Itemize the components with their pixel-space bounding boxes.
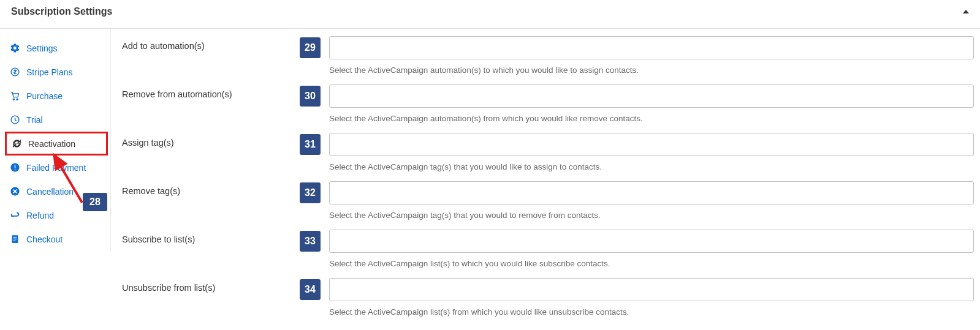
sidebar-item-label: Reactivation (28, 139, 75, 149)
remove-from-automations-input[interactable] (329, 84, 974, 108)
field-label: Add to automation(s) (122, 36, 300, 51)
sidebar-item-checkout[interactable]: Checkout (0, 227, 110, 251)
field-remove-from-automations: Remove from automation(s) 30 Select the … (122, 84, 974, 123)
remove-tags-input[interactable] (329, 181, 974, 204)
gear-icon (10, 43, 20, 53)
svg-rect-6 (15, 169, 15, 170)
annotation-badge-29: 29 (300, 37, 321, 58)
sidebar-item-label: Cancellation (26, 187, 74, 197)
sidebar-item-reactivation[interactable]: Reactivation (5, 132, 108, 156)
field-assign-tags: Assign tag(s) 31 Select the ActiveCampai… (122, 133, 974, 171)
page-title: Subscription Settings (11, 6, 112, 17)
alert-circle-icon (10, 162, 20, 173)
svg-rect-11 (13, 241, 16, 241)
sidebar-item-purchase[interactable]: Purchase (0, 84, 110, 108)
svg-rect-5 (15, 165, 15, 168)
field-subscribe-lists: Subscribe to list(s) 33 Select the Activ… (122, 230, 974, 268)
field-help: Select the ActiveCampaign list(s) from w… (329, 307, 974, 317)
sidebar-item-settings[interactable]: Settings (0, 36, 110, 60)
collapse-caret-icon[interactable] (963, 10, 969, 13)
annotation-badge-31: 31 (300, 134, 321, 155)
sidebar-item-label: Refund (26, 211, 54, 220)
add-to-automations-input[interactable] (329, 36, 974, 59)
field-help: Select the ActiveCampaign automation(s) … (329, 66, 974, 75)
field-help: Select the ActiveCampaign tag(s) that yo… (329, 162, 974, 171)
sidebar: Settings Stripe Plans Purchase (0, 29, 111, 251)
field-help: Select the ActiveCampaign automation(s) … (329, 114, 974, 123)
field-help: Select the ActiveCampaign tag(s) that yo… (329, 211, 974, 220)
sidebar-item-label: Stripe Plans (26, 67, 72, 77)
svg-rect-10 (13, 239, 17, 239)
field-help: Select the ActiveCampaign list(s) to whi… (329, 259, 974, 268)
field-unsubscribe-lists: Unsubscribe from list(s) 34 Select the A… (122, 278, 974, 317)
field-remove-tags: Remove tag(s) 32 Select the ActiveCampai… (122, 181, 974, 220)
x-circle-icon (10, 186, 20, 197)
assign-tags-input[interactable] (329, 133, 974, 156)
sidebar-item-label: Failed Payment (26, 163, 86, 173)
unsubscribe-lists-input[interactable] (329, 278, 974, 301)
annotation-badge-28: 28 (83, 193, 107, 211)
sidebar-item-label: Settings (26, 43, 58, 53)
svg-point-2 (17, 99, 18, 100)
sidebar-item-label: Purchase (26, 91, 63, 101)
subscribe-lists-input[interactable] (329, 230, 974, 253)
annotation-badge-30: 30 (300, 86, 321, 107)
field-label: Assign tag(s) (122, 133, 300, 148)
sidebar-item-label: Checkout (26, 234, 63, 244)
field-add-to-automations: Add to automation(s) 29 Select the Activ… (122, 36, 974, 75)
sidebar-item-failed-payment[interactable]: Failed Payment (0, 156, 110, 179)
dollar-circle-icon (10, 67, 20, 77)
sidebar-item-label: Trial (26, 115, 43, 125)
form-content: Add to automation(s) 29 Select the Activ… (111, 29, 980, 330)
annotation-badge-33: 33 (300, 231, 321, 252)
document-icon (10, 234, 20, 244)
return-arrow-icon (10, 210, 20, 220)
cart-icon (10, 91, 20, 101)
field-label: Remove from automation(s) (122, 84, 300, 99)
annotation-badge-34: 34 (300, 279, 321, 300)
field-label: Unsubscribe from list(s) (122, 278, 300, 293)
clock-icon (10, 114, 20, 125)
settings-header: Subscription Settings (0, 0, 980, 29)
svg-rect-9 (13, 237, 17, 238)
sidebar-item-stripe-plans[interactable]: Stripe Plans (0, 60, 110, 84)
field-label: Remove tag(s) (122, 181, 300, 196)
annotation-badge-32: 32 (300, 182, 321, 203)
refresh-icon (12, 138, 22, 149)
svg-point-1 (13, 99, 14, 100)
field-label: Subscribe to list(s) (122, 230, 300, 244)
sidebar-item-trial[interactable]: Trial (0, 108, 110, 132)
